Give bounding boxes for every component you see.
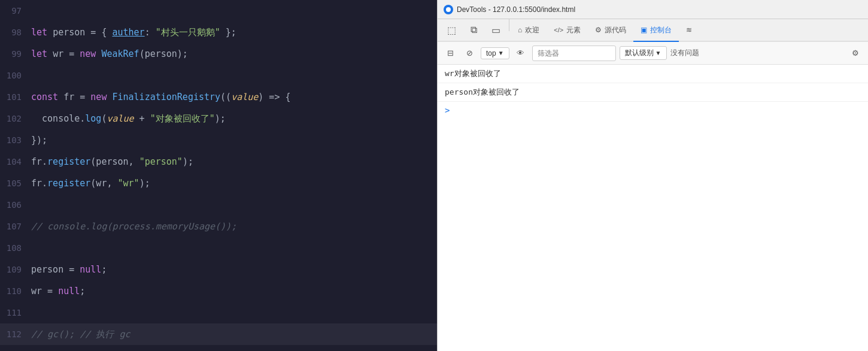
code-line-103: 103 }); — [0, 129, 437, 151]
code-line-99: 99 let wr = new WeakRef(person); — [0, 43, 437, 65]
line-content: let person = { auther: "村头一只鹅鹅" }; — [31, 22, 437, 43]
welcome-icon: ⌂ — [518, 26, 522, 34]
chevron-down-icon: ▼ — [498, 50, 504, 56]
tab-welcome-label: 欢迎 — [525, 25, 539, 35]
code-line-111: 111 — [0, 302, 437, 323]
tab-elements[interactable]: </> 元素 — [547, 19, 588, 42]
code-line-109: 109 person = null; — [0, 259, 437, 280]
devtools-title: DevTools - 127.0.0.1:5500/index.html — [457, 5, 575, 14]
log-level-dropdown[interactable]: 默认级别 ▼ — [620, 46, 667, 60]
line-number: 106 — [0, 194, 31, 216]
line-number: 104 — [0, 151, 31, 173]
code-line-101: 101 const fr = new FinalizationRegistry(… — [0, 86, 437, 108]
prompt-chevron-icon: > — [445, 105, 450, 115]
top-label: top — [486, 49, 496, 58]
line-number: 97 — [0, 0, 31, 22]
code-line-108: 108 — [0, 237, 437, 259]
line-number: 98 — [0, 22, 31, 43]
tab-inspect-element[interactable]: ⬚ — [440, 19, 463, 42]
code-line-104: 104 fr.register(person, "person"); — [0, 151, 437, 173]
code-line-106: 106 — [0, 194, 437, 216]
devtools-panel: DevTools - 127.0.0.1:5500/index.html ⬚ ⧉… — [437, 0, 868, 351]
no-filter-icon: ⊘ — [466, 49, 473, 58]
code-lines: 97 98 let person = { auther: "村头一只鹅鹅" };… — [0, 0, 437, 345]
line-number: 112 — [0, 323, 31, 345]
tab-welcome[interactable]: ⌂ 欢迎 — [511, 19, 547, 42]
tab-layout[interactable]: ▭ — [484, 19, 508, 42]
no-filter-button[interactable]: ⊘ — [462, 46, 477, 61]
eye-icon: 👁 — [517, 49, 524, 58]
line-number: 107 — [0, 216, 31, 237]
line-number: 109 — [0, 259, 31, 280]
clear-console-button[interactable]: ⊟ — [442, 46, 458, 61]
line-content: person = null; — [31, 259, 437, 280]
console-log-text-2: person对象被回收了 — [445, 87, 520, 98]
more-icon: ≋ — [686, 26, 692, 34]
code-line-98: 98 let person = { auther: "村头一只鹅鹅" }; — [0, 22, 437, 43]
code-line-110: 110 wr = null; — [0, 280, 437, 302]
line-content: }); — [31, 129, 437, 151]
console-log-line-2: person对象被回收了 — [438, 83, 868, 102]
line-content: console.log(value + "对象被回收了"); — [31, 108, 437, 129]
console-toolbar: ⊟ ⊘ top ▼ 👁 默认级别 ▼ 没有问题 ⚙ — [438, 42, 868, 65]
no-issues-label: 没有问题 — [670, 48, 699, 58]
settings-button[interactable]: ⚙ — [848, 46, 863, 61]
line-number: 103 — [0, 129, 31, 151]
tab-sources[interactable]: ⚙ 源代码 — [588, 19, 633, 42]
line-content: fr.register(person, "person"); — [31, 151, 437, 173]
line-number: 102 — [0, 108, 31, 129]
clear-icon: ⊟ — [447, 49, 454, 58]
layout-icon: ▭ — [491, 25, 500, 36]
code-line-102: 102 console.log(value + "对象被回收了"); — [0, 108, 437, 129]
line-number: 110 — [0, 280, 31, 302]
context-dropdown[interactable]: top ▼ — [481, 47, 509, 59]
console-output: wr对象被回收了 person对象被回收了 > — [438, 65, 868, 351]
line-content: // gc(); // 执行 gc — [31, 323, 437, 345]
code-line-105: 105 fr.register(wr, "wr"); — [0, 173, 437, 194]
console-icon: ▣ — [641, 26, 647, 34]
line-content: // console.log(process.memoryUsage()); — [31, 216, 437, 237]
console-log-text-1: wr对象被回收了 — [445, 68, 501, 79]
console-log-line-1: wr对象被回收了 — [438, 65, 868, 83]
devtools-titlebar: DevTools - 127.0.0.1:5500/index.html — [438, 0, 868, 19]
line-number: 99 — [0, 43, 31, 65]
line-content: let wr = new WeakRef(person); — [31, 43, 437, 65]
tab-console-label: 控制台 — [650, 25, 672, 35]
line-number: 105 — [0, 173, 31, 194]
devtools-tabs: ⬚ ⧉ ▭ ⌂ 欢迎 </> 元素 ⚙ 源代码 ▣ 控制台 ≋ — [438, 19, 868, 42]
devtools-favicon-icon — [444, 5, 453, 14]
tab-device[interactable]: ⧉ — [463, 19, 484, 42]
log-level-label: 默认级别 — [625, 48, 654, 58]
code-line-100: 100 — [0, 65, 437, 86]
inspect-icon: ⬚ — [447, 25, 456, 36]
device-icon: ⧉ — [471, 25, 477, 35]
elements-icon: </> — [554, 26, 563, 34]
eye-button[interactable]: 👁 — [513, 46, 529, 61]
code-line-107: 107 // console.log(process.memoryUsage()… — [0, 216, 437, 237]
line-content: wr = null; — [31, 280, 437, 302]
tab-sources-label: 源代码 — [605, 25, 626, 35]
line-number: 111 — [0, 302, 31, 323]
filter-input[interactable] — [532, 46, 616, 61]
console-prompt[interactable]: > — [438, 102, 868, 119]
line-number: 100 — [0, 65, 31, 86]
tab-elements-label: 元素 — [566, 25, 581, 35]
tab-console[interactable]: ▣ 控制台 — [633, 19, 679, 42]
tab-more[interactable]: ≋ — [679, 19, 699, 42]
code-line-97: 97 — [0, 0, 437, 22]
code-editor: 97 98 let person = { auther: "村头一只鹅鹅" };… — [0, 0, 437, 351]
sources-icon: ⚙ — [595, 26, 602, 34]
line-number: 101 — [0, 86, 31, 108]
code-line-112: 112 // gc(); // 执行 gc — [0, 323, 437, 345]
line-content: fr.register(wr, "wr"); — [31, 173, 437, 194]
settings-icon: ⚙ — [852, 49, 859, 58]
line-content: const fr = new FinalizationRegistry((val… — [31, 86, 437, 108]
line-number: 108 — [0, 237, 31, 259]
log-level-chevron-icon: ▼ — [655, 50, 661, 56]
tabs-divider — [509, 19, 509, 31]
